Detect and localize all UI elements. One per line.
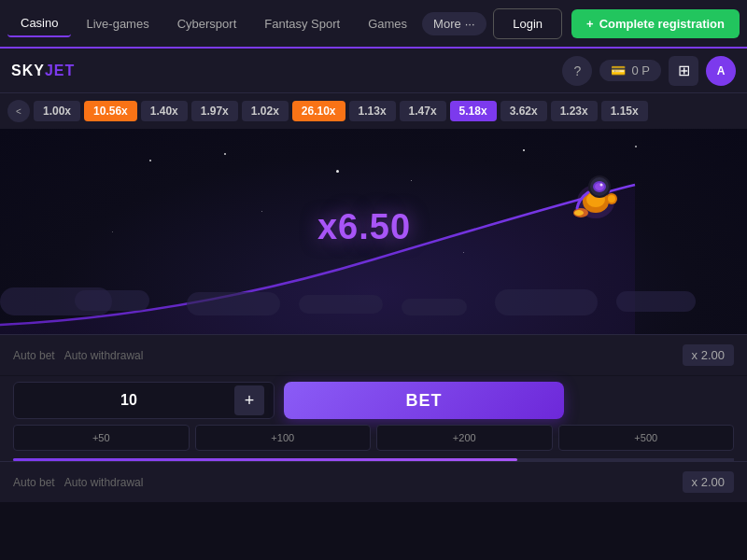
mult-badge-9[interactable]: 3.62x <box>500 101 547 121</box>
navbar: Casino Live-games Cybersport Fantasy Spo… <box>0 0 747 49</box>
mult-badge-0[interactable]: 1.00x <box>34 101 80 121</box>
nav-live-games[interactable]: Live-games <box>73 11 162 36</box>
mult-badge-10[interactable]: 1.23x <box>551 101 598 121</box>
bet-amount[interactable]: 10 <box>23 392 234 409</box>
nav-more-label: More <box>433 17 461 31</box>
withdrawal-mult[interactable]: x 2.00 <box>683 344 734 366</box>
wallet-button[interactable]: 💳 0 P <box>599 60 661 81</box>
nav-more-dots: ··· <box>465 17 475 31</box>
mult-badge-3[interactable]: 1.97x <box>191 101 238 121</box>
auto-withdrawal-label: Auto withdrawal <box>64 349 673 362</box>
mult-badge-6[interactable]: 1.13x <box>349 101 396 121</box>
multiplier-row: < 1.00x 10.56x 1.40x 1.97x 1.02x 26.10x … <box>0 93 747 129</box>
svg-point-9 <box>600 184 603 187</box>
grid-button[interactable]: ⊞ <box>669 56 698 86</box>
game-character <box>560 166 626 231</box>
auto-bet-label-bottom: Auto bet <box>13 476 55 489</box>
game-logo: SKYJET <box>11 63 75 79</box>
auto-withdrawal-label-bottom: Auto withdrawal <box>64 476 673 489</box>
bet-controls: 10 + BET <box>0 376 747 425</box>
bet-row-auto: Auto bet Auto withdrawal x 2.00 <box>0 335 747 376</box>
mult-badge-2[interactable]: 1.40x <box>141 101 188 121</box>
avatar[interactable]: A <box>706 56 736 86</box>
nav-more-button[interactable]: More ··· <box>422 12 486 35</box>
current-multiplier: x6.50 <box>317 207 411 247</box>
withdrawal-mult-bottom[interactable]: x 2.00 <box>683 471 734 493</box>
help-button[interactable]: ? <box>562 56 592 86</box>
mult-badge-4[interactable]: 1.02x <box>242 101 289 121</box>
mult-badge-7[interactable]: 1.47x <box>400 101 446 121</box>
nav-games[interactable]: Games <box>355 11 420 36</box>
register-label: Complete registration <box>599 17 725 31</box>
game-header: SKYJET ? 💳 0 P ⊞ A <box>0 49 747 93</box>
quick-amount-500[interactable]: +500 <box>558 425 735 451</box>
wallet-icon: 💳 <box>611 63 626 77</box>
bet-button[interactable]: BET <box>284 382 564 419</box>
help-icon: ? <box>574 63 582 78</box>
bet-input-wrapper[interactable]: 10 + <box>13 382 275 419</box>
clouds-layer <box>0 259 747 315</box>
wallet-amount: 0 P <box>631 63 650 77</box>
grid-icon: ⊞ <box>678 62 690 79</box>
mult-badge-11[interactable]: 1.15x <box>601 101 648 121</box>
mult-badge-5[interactable]: 26.10x <box>292 101 345 121</box>
bet-plus-button[interactable]: + <box>234 385 264 415</box>
svg-point-2 <box>574 210 584 216</box>
quick-amount-100[interactable]: +100 <box>195 425 372 451</box>
nav-cybersport[interactable]: Cybersport <box>164 11 250 36</box>
quick-amount-200[interactable]: +200 <box>376 425 553 451</box>
nav-fantasy-sport[interactable]: Fantasy Sport <box>251 11 353 36</box>
svg-point-11 <box>608 195 615 203</box>
nav-casino[interactable]: Casino <box>7 10 71 37</box>
quick-amounts-row: +50 +100 +200 +500 <box>0 425 747 458</box>
svg-point-8 <box>595 183 604 190</box>
register-button[interactable]: + Complete registration <box>571 9 740 38</box>
mult-badge-1[interactable]: 10.56x <box>84 101 137 121</box>
quick-amount-50[interactable]: +50 <box>13 425 190 451</box>
login-button[interactable]: Login <box>493 8 562 39</box>
bet-panel-top: Auto bet Auto withdrawal x 2.00 10 + BET… <box>0 334 747 461</box>
mult-collapsed[interactable]: < <box>7 100 30 122</box>
bet-panel-bottom: Auto bet Auto withdrawal x 2.00 <box>0 461 747 502</box>
auto-bet-label: Auto bet <box>13 349 55 362</box>
mult-badge-8[interactable]: 5.18x <box>450 101 497 121</box>
register-icon: + <box>586 17 594 31</box>
game-area: x6.50 <box>0 129 747 334</box>
